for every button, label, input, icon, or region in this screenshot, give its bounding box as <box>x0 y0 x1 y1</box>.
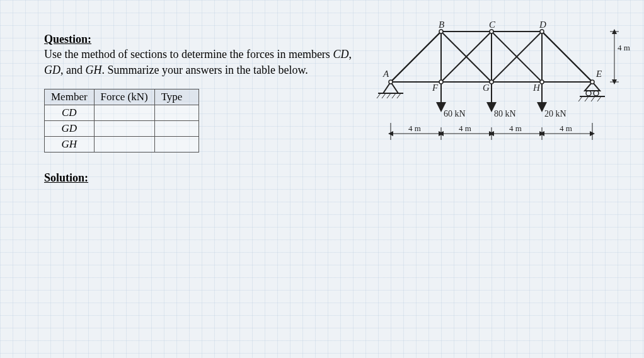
page-content: Question: Use the method of sections to … <box>44 32 600 185</box>
node-label-f: F <box>432 83 439 93</box>
cell-type <box>154 136 198 152</box>
sep2: , and <box>60 64 86 76</box>
svg-line-24 <box>578 96 582 101</box>
question-block: Question: Use the method of sections to … <box>44 32 372 78</box>
cell-force <box>94 105 154 120</box>
svg-line-27 <box>597 96 601 101</box>
cell-type <box>154 105 198 120</box>
svg-line-25 <box>585 96 589 101</box>
table-row: CD <box>45 105 199 120</box>
cell-type <box>154 120 198 136</box>
svg-line-19 <box>397 93 401 98</box>
dimension-row: 4 m 4 m 4 m 4 m <box>391 123 592 140</box>
svg-line-11 <box>542 32 592 82</box>
svg-point-28 <box>389 80 393 84</box>
pin-support-icon <box>377 82 403 98</box>
svg-line-12 <box>391 32 441 82</box>
svg-point-33 <box>439 30 443 33</box>
cell-force <box>94 120 154 136</box>
table-row: GD <box>45 120 199 136</box>
svg-point-22 <box>594 91 599 96</box>
svg-point-31 <box>540 80 544 84</box>
right-column: A B C D E F G H 60 kN 80 kN 20 kN <box>372 32 636 185</box>
svg-line-18 <box>392 93 396 98</box>
svg-point-29 <box>439 80 443 84</box>
node-label-a: A <box>382 69 389 79</box>
question-body-1: Use the method of sections to determine … <box>44 48 333 61</box>
load-label-g: 80 kN <box>494 109 516 118</box>
answer-table: Member Force (kN) Type CD GD GH <box>44 89 199 153</box>
cell-member: CD <box>45 105 95 120</box>
load-label-h: 20 kN <box>544 109 566 118</box>
cell-force <box>94 136 154 152</box>
member-ref-gh: GH <box>86 64 102 76</box>
node-label-g: G <box>483 83 490 93</box>
svg-point-32 <box>590 80 594 84</box>
truss-svg: A B C D E F G H 60 kN 80 kN 20 kN <box>372 19 636 164</box>
hspan-1: 4 m <box>408 124 421 133</box>
col-member: Member <box>45 89 95 105</box>
truss-diagram: A B C D E F G H 60 kN 80 kN 20 kN <box>372 19 636 164</box>
cell-member: GH <box>45 136 95 152</box>
svg-line-26 <box>591 96 595 101</box>
hspan-2: 4 m <box>459 124 471 133</box>
member-ref-gd: GD <box>44 64 60 76</box>
node-label-b: B <box>439 20 444 30</box>
svg-point-30 <box>490 80 493 84</box>
svg-line-15 <box>377 93 381 98</box>
load-label-f: 60 kN <box>444 109 466 118</box>
sep1: , <box>348 48 352 61</box>
roller-support-icon <box>578 82 605 101</box>
svg-line-16 <box>382 93 386 98</box>
left-column: Question: Use the method of sections to … <box>44 32 372 185</box>
node-label-h: H <box>532 83 541 93</box>
question-body-2: . Summarize your answers in the table be… <box>102 64 308 76</box>
node-label-d: D <box>539 20 546 30</box>
svg-point-21 <box>586 91 591 96</box>
solution-heading: Solution: <box>44 171 372 185</box>
svg-point-35 <box>540 30 544 33</box>
question-heading: Question: <box>44 33 91 45</box>
col-force: Force (kN) <box>94 89 154 105</box>
hspan-4: 4 m <box>560 124 572 133</box>
col-type: Type <box>154 89 198 105</box>
height-dimension: 4 m <box>610 32 630 82</box>
cell-member: GD <box>45 120 95 136</box>
table-row: GH <box>45 136 199 152</box>
node-label-e: E <box>595 69 602 79</box>
svg-point-34 <box>490 30 493 33</box>
member-ref-cd: CD <box>333 48 348 61</box>
svg-line-17 <box>387 93 391 98</box>
hspan-3: 4 m <box>509 124 522 133</box>
height-label: 4 m <box>618 43 630 52</box>
table-header-row: Member Force (kN) Type <box>45 89 199 105</box>
node-label-c: C <box>489 20 496 30</box>
